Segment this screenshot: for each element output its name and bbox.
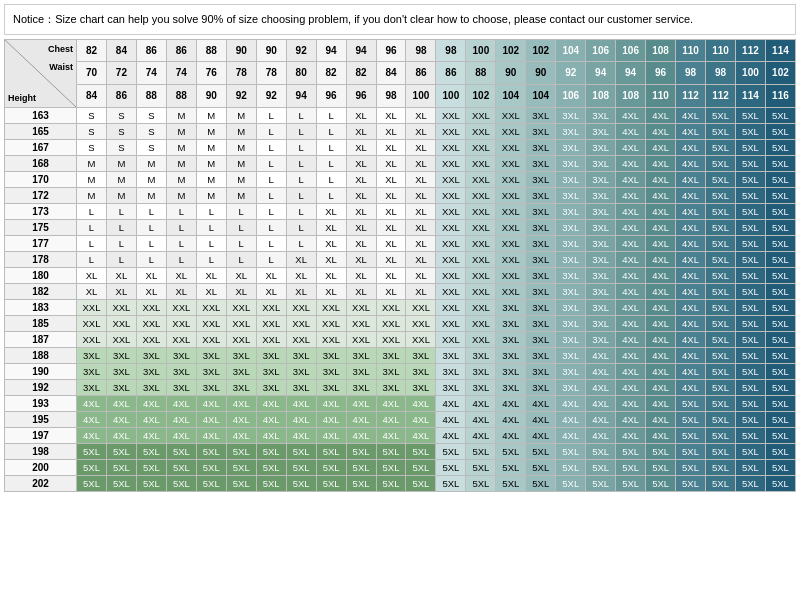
size-cell: 4XL [556, 395, 586, 411]
size-cell: 4XL [646, 331, 676, 347]
size-cell: 4XL [406, 411, 436, 427]
chest-value-cell: 98 [436, 39, 466, 62]
size-cell: M [226, 123, 256, 139]
size-cell: XL [77, 283, 107, 299]
size-cell: 5XL [256, 443, 286, 459]
size-cell: L [136, 219, 166, 235]
size-cell: XXL [226, 299, 256, 315]
size-cell: 4XL [646, 235, 676, 251]
size-cell: 3XL [316, 363, 346, 379]
size-cell: 3XL [406, 347, 436, 363]
size-cell: M [226, 139, 256, 155]
size-cell: 3XL [586, 123, 616, 139]
size-cell: XXL [226, 315, 256, 331]
size-cell: S [106, 107, 136, 123]
size-cell: 4XL [196, 395, 226, 411]
chest-value-cell: 110 [676, 39, 706, 62]
size-cell: 4XL [646, 347, 676, 363]
size-cell: 4XL [136, 411, 166, 427]
height-row-header: 200 [5, 459, 77, 475]
size-cell: 5XL [646, 459, 676, 475]
size-cell: 4XL [466, 395, 496, 411]
size-cell: 5XL [706, 283, 736, 299]
size-cell: 3XL [556, 219, 586, 235]
size-cell: 5XL [735, 155, 765, 171]
size-cell: 5XL [226, 459, 256, 475]
size-cell: 5XL [196, 475, 226, 491]
size-cell: 4XL [136, 427, 166, 443]
size-cell: M [166, 155, 196, 171]
size-cell: 3XL [286, 363, 316, 379]
size-cell: 4XL [646, 427, 676, 443]
hip-value-cell: 112 [676, 84, 706, 107]
waist-value-cell: 76 [196, 62, 226, 85]
size-cell: M [166, 123, 196, 139]
chest-value-cell: 108 [646, 39, 676, 62]
size-cell: 5XL [196, 443, 226, 459]
size-cell: 4XL [616, 251, 646, 267]
size-cell: 4XL [616, 347, 646, 363]
size-cell: 5XL [706, 411, 736, 427]
size-cell: 4XL [376, 411, 406, 427]
size-cell: L [166, 219, 196, 235]
size-cell: XXL [256, 315, 286, 331]
waist-value-cell: 102 [765, 62, 795, 85]
size-cell: 5XL [616, 459, 646, 475]
size-cell: 5XL [646, 443, 676, 459]
size-cell: XXL [166, 331, 196, 347]
size-cell: 5XL [735, 251, 765, 267]
size-cell: M [77, 171, 107, 187]
size-cell: 4XL [646, 267, 676, 283]
size-cell: M [77, 155, 107, 171]
size-cell: XXL [466, 139, 496, 155]
size-cell: S [136, 107, 166, 123]
size-cell: L [256, 171, 286, 187]
size-cell: 4XL [346, 427, 376, 443]
size-cell: 4XL [436, 395, 466, 411]
size-cell: S [136, 123, 166, 139]
size-cell: XL [376, 107, 406, 123]
height-row-header: 177 [5, 235, 77, 251]
size-cell: 5XL [735, 171, 765, 187]
height-row-header: 188 [5, 347, 77, 363]
size-cell: 3XL [556, 299, 586, 315]
hip-value-cell: 86 [106, 84, 136, 107]
size-cell: M [136, 171, 166, 187]
size-cell: 3XL [586, 203, 616, 219]
size-cell: 5XL [406, 459, 436, 475]
size-cell: XL [376, 219, 406, 235]
size-cell: 3XL [196, 363, 226, 379]
size-cell: L [226, 251, 256, 267]
chest-value-cell: 90 [226, 39, 256, 62]
size-cell: S [136, 139, 166, 155]
hip-value-cell: 114 [735, 84, 765, 107]
size-cell: 4XL [676, 267, 706, 283]
size-cell: XL [286, 283, 316, 299]
size-cell: 5XL [735, 235, 765, 251]
height-row-header: 183 [5, 299, 77, 315]
size-cell: 3XL [556, 251, 586, 267]
size-cell: 5XL [286, 459, 316, 475]
size-cell: 3XL [526, 315, 556, 331]
size-cell: 4XL [616, 235, 646, 251]
waist-value-cell: 82 [346, 62, 376, 85]
waist-label: Waist [49, 62, 73, 72]
size-cell: 4XL [586, 347, 616, 363]
hip-value-cell: 92 [256, 84, 286, 107]
size-cell: 3XL [526, 379, 556, 395]
size-cell: 3XL [226, 347, 256, 363]
height-row-header: 185 [5, 315, 77, 331]
size-cell: 4XL [586, 427, 616, 443]
chest-value-cell: 92 [286, 39, 316, 62]
waist-value-cell: 96 [646, 62, 676, 85]
size-cell: 5XL [765, 139, 795, 155]
size-cell: XL [346, 203, 376, 219]
height-row-header: 180 [5, 267, 77, 283]
size-cell: 4XL [646, 395, 676, 411]
size-cell: XXL [316, 299, 346, 315]
size-cell: 3XL [136, 347, 166, 363]
size-cell: XXL [436, 171, 466, 187]
size-cell: 3XL [346, 347, 376, 363]
size-cell: 3XL [556, 379, 586, 395]
size-cell: L [316, 155, 346, 171]
